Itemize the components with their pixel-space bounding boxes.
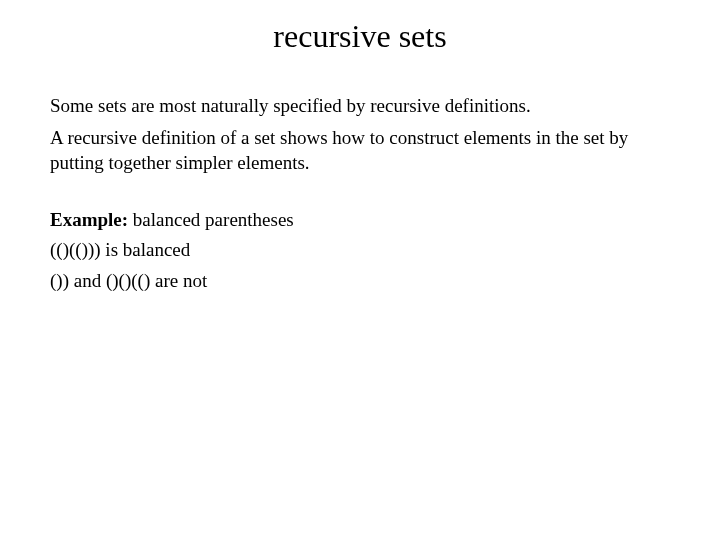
paragraph-1: Some sets are most naturally specified b… xyxy=(50,93,670,119)
slide-container: recursive sets Some sets are most natura… xyxy=(0,0,720,540)
example-heading-rest: balanced parentheses xyxy=(128,209,294,230)
example-line-1: (()(())) is balanced xyxy=(50,236,670,265)
example-label: Example: xyxy=(50,209,128,230)
example-heading: Example: balanced parentheses xyxy=(50,206,670,235)
example-block: Example: balanced parentheses (()(())) i… xyxy=(50,206,670,296)
example-line-2: ()) and ()()(() are not xyxy=(50,267,670,296)
paragraph-2: A recursive definition of a set shows ho… xyxy=(50,125,670,176)
slide-title: recursive sets xyxy=(50,18,670,55)
